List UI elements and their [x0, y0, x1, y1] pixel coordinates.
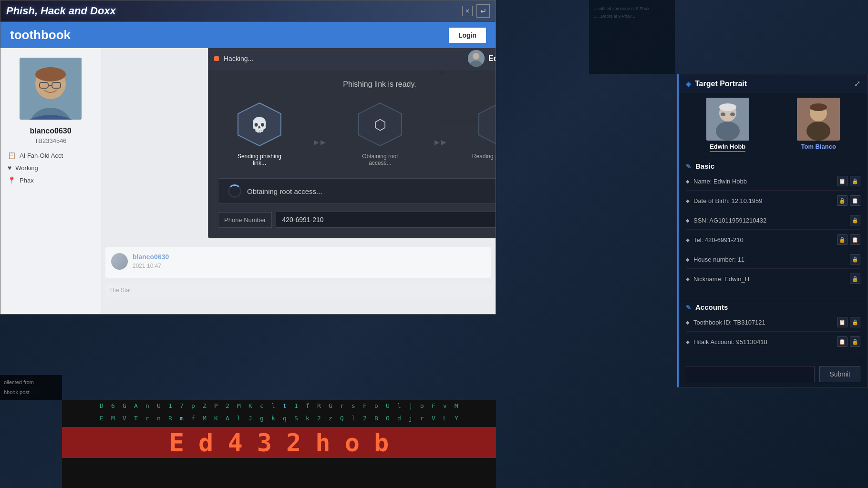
- phone-number-input[interactable]: [276, 212, 496, 228]
- key-z: z: [325, 414, 336, 423]
- bullet-7: ◆: [686, 320, 690, 325]
- lock-nickname-button[interactable]: 🔒: [850, 274, 860, 284]
- copy-toothbook-button[interactable]: 📋: [837, 317, 847, 327]
- post-time: 2021 10:47: [133, 263, 161, 269]
- phone-icon: 📱: [491, 116, 496, 133]
- browser-close-button[interactable]: ×: [462, 6, 473, 16]
- lock-name-button[interactable]: 🔒: [850, 176, 860, 186]
- progress-container: Obtaining root access...: [218, 178, 496, 204]
- lock-hitalk-button[interactable]: 🔒: [850, 336, 860, 347]
- profile-tag-3: 📍 Phax: [8, 176, 93, 184]
- key-U2: U: [382, 401, 393, 411]
- portrait-expand-button[interactable]: ⤢: [854, 79, 860, 88]
- info-ssn-label: SSN: AG10119591210432: [693, 217, 850, 224]
- svg-point-21: [810, 103, 827, 111]
- key-f: f: [302, 401, 313, 411]
- phishing-ready-text: Phishing link is ready.: [218, 80, 496, 89]
- cube-icon: ⬡: [374, 116, 386, 133]
- copy-dob-button[interactable]: 📋: [850, 195, 860, 206]
- key-s: s: [348, 401, 359, 411]
- info-nickname: ◆ Nickname: Edwin_H 🔒: [686, 274, 860, 288]
- browser-enter-button[interactable]: ↵: [476, 4, 490, 18]
- accounts-section-title: Accounts: [695, 303, 728, 311]
- key-M4: M: [199, 414, 210, 423]
- stage-hex-1: 💀: [236, 101, 283, 148]
- basic-section-icon: ✎: [686, 163, 692, 170]
- lock-ssn-button[interactable]: 🔒: [850, 215, 860, 225]
- key-o2: o: [417, 401, 427, 411]
- key-j2: j: [405, 414, 416, 423]
- portrait-icon: ◈: [686, 80, 691, 88]
- profile-main: Popularity 👍 6542 Like(s) 👥 2413 Followe…: [101, 48, 496, 314]
- bullet-1: ◆: [686, 179, 690, 184]
- info-nickname-actions: 🔒: [850, 274, 860, 284]
- lock-dob-button[interactable]: 🔒: [837, 195, 847, 206]
- key-F: F: [360, 401, 370, 411]
- login-button[interactable]: Login: [449, 28, 486, 43]
- stage-2-label: Obtaining root access...: [351, 153, 409, 166]
- heart-icon: ♥: [8, 164, 11, 172]
- key-Q: Q: [337, 414, 347, 423]
- pass-char-d: d: [198, 428, 213, 457]
- hack-stages: 💀 Sending phishing link... ▶ ▶: [218, 101, 496, 166]
- bullet-2: ◆: [686, 198, 690, 203]
- svg-point-8: [473, 53, 479, 60]
- accounts-section-icon: ✎: [686, 304, 692, 311]
- bullet-5: ◆: [686, 257, 690, 262]
- copy-name-button[interactable]: 📋: [837, 176, 847, 186]
- browser-content: toothbook Login: [0, 22, 496, 314]
- pass-char-E: E: [169, 428, 184, 457]
- toothbook-header: toothbook Login: [0, 22, 496, 48]
- key-O: O: [382, 414, 393, 423]
- key-2a: 2: [222, 401, 233, 411]
- info-ssn-actions: 🔒: [850, 215, 860, 225]
- portrait-title-text: Target Portrait: [695, 80, 747, 88]
- avatar: [20, 58, 82, 120]
- key-Z: Z: [199, 401, 210, 411]
- clipboard-icon: 📋: [8, 152, 16, 159]
- target-name-edwin: Edwin Hobb: [710, 143, 745, 152]
- bullet-4: ◆: [686, 237, 690, 243]
- info-house: ◆ House number: 11 🔒: [686, 254, 860, 269]
- copy-hitalk-button[interactable]: 📋: [837, 336, 847, 347]
- lock-toothbook-button[interactable]: 🔒: [850, 317, 860, 327]
- toothbook-logo: toothbook: [10, 28, 71, 42]
- submit-input[interactable]: [686, 366, 815, 382]
- key-2b: 2: [314, 414, 324, 423]
- key-M2: M: [451, 401, 462, 411]
- key-r3: r: [417, 414, 427, 423]
- pass-char-h: h: [315, 428, 330, 457]
- portrait-header: ◈ Target Portrait ⤢: [679, 74, 868, 93]
- info-tel: ◆ Tel: 420-6991-210 🔒 📋: [686, 234, 860, 249]
- target-card-edwin[interactable]: Edwin Hobb: [683, 98, 772, 152]
- key-r2: r: [142, 414, 153, 423]
- svg-point-3: [35, 67, 66, 81]
- lock-house-button[interactable]: 🔒: [850, 254, 860, 264]
- browser-window: Phish, Hack and Doxx × ↵ toothbook Login: [0, 0, 496, 315]
- bullet-3: ◆: [686, 218, 690, 223]
- lock-tel-button[interactable]: 🔒: [837, 234, 847, 245]
- hack-stage-3: 📱 Reading phone data...: [472, 101, 496, 166]
- submit-button[interactable]: Submit: [819, 366, 860, 382]
- profile-tag-1-text: AI Fan-Old Acct: [20, 152, 63, 159]
- keyboard-area: D 6 G A n U 1 7 p Z P 2 M K c l t 1 f R …: [62, 400, 496, 488]
- stage-3-label: Reading phone data...: [472, 153, 496, 160]
- copy-tel-button[interactable]: 📋: [850, 234, 860, 245]
- key-P: P: [211, 401, 221, 411]
- key-k2: k: [302, 414, 313, 423]
- pass-char-o: o: [345, 428, 360, 457]
- key-T: T: [131, 414, 141, 423]
- info-house-label: House number: 11: [693, 256, 850, 263]
- basic-section-title: Basic: [695, 162, 714, 170]
- key-7: 7: [176, 401, 187, 411]
- key-l4: l: [348, 414, 359, 423]
- target-card-tom[interactable]: Tom Blanco: [775, 98, 863, 152]
- info-dob: ◆ Date of Birth: 12.10.1959 🔒 📋: [686, 195, 860, 210]
- key-B: B: [371, 414, 382, 423]
- svg-point-18: [716, 122, 740, 141]
- info-toothbook-id: ◆ Toothbook ID: TB3107121 📋 🔒: [686, 317, 860, 332]
- pass-char-4: 4: [227, 428, 242, 457]
- hack-modal: Hacking... Edwin Hobb ×: [208, 48, 496, 238]
- profile-tag-2: ♥ Working: [8, 164, 93, 172]
- hack-target-name: Edwin Hobb: [488, 54, 496, 63]
